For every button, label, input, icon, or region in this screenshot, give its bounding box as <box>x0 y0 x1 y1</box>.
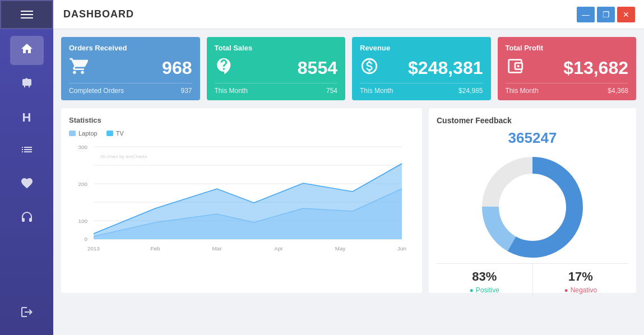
profit-sub-value: $4,368 <box>608 87 628 95</box>
donut-center <box>501 175 564 239</box>
revenue-card-title: Revenue <box>360 44 483 52</box>
main-layout: H <box>0 29 644 335</box>
negative-label: ● Negativo <box>533 286 629 294</box>
cards-row: Orders Received 968 Completed Orders 937 <box>61 37 636 100</box>
revenue-card-icon <box>360 57 379 80</box>
headphone-icon <box>20 210 34 227</box>
sales-card-value: 8554 <box>298 58 337 78</box>
tv-legend-dot <box>106 131 113 136</box>
content-area: Orders Received 968 Completed Orders 937 <box>53 29 644 335</box>
sales-card-title: Total Sales <box>215 44 338 52</box>
revenue-card: Revenue $248,381 This Month $24,985 <box>352 37 491 100</box>
sales-card: Total Sales 8554 This Month 754 <box>207 37 346 100</box>
sidebar-item-headphone[interactable] <box>10 204 44 233</box>
feedback-stats: 83% ● Positive 17% ● Negativo <box>437 263 628 296</box>
positive-label-text: Positive <box>476 286 499 294</box>
close-button[interactable]: ✕ <box>617 7 635 22</box>
profit-card-main: $13,682 <box>506 57 629 80</box>
orders-card-sub: Completed Orders 937 <box>69 83 192 95</box>
sidebar-item-logout[interactable] <box>10 299 44 328</box>
sales-card-main: 8554 <box>215 57 338 80</box>
legend-laptop: Laptop <box>69 130 98 137</box>
orders-sub-value: 937 <box>180 87 192 95</box>
revenue-card-sub: This Month $24,985 <box>360 83 483 95</box>
positive-label: ● Positive <box>437 286 532 294</box>
svg-text:300: 300 <box>78 144 87 150</box>
titlebar: DASHBOARD — ❐ ✕ <box>0 0 644 29</box>
feedback-total: 365247 <box>508 129 557 147</box>
statistics-panel: Statistics Laptop TV <box>61 108 422 293</box>
positive-stat: 83% ● Positive <box>437 264 533 296</box>
svg-text:Mar: Mar <box>212 245 221 251</box>
window-controls: — ❐ ✕ <box>577 7 635 22</box>
horse-icon <box>20 76 34 92</box>
hamburger-icon <box>21 11 33 18</box>
negative-pct: 17% <box>533 269 629 284</box>
sidebar-item-heart[interactable] <box>10 170 44 199</box>
heart-icon <box>20 176 34 193</box>
orders-card-title: Orders Received <box>69 44 192 52</box>
negative-dot-icon: ● <box>564 286 568 294</box>
minimize-button[interactable]: — <box>577 7 595 22</box>
sales-sub-label: This Month <box>215 87 248 95</box>
list-icon <box>20 143 34 160</box>
page-title: DASHBOARD <box>63 8 134 20</box>
donut-chart-svg <box>476 151 589 258</box>
orders-card-value: 968 <box>162 58 192 78</box>
chart-legend: Laptop TV <box>69 130 414 137</box>
restore-button[interactable]: ❐ <box>597 7 615 22</box>
feedback-title: Customer Feedback <box>437 116 628 125</box>
svg-text:May: May <box>335 245 346 251</box>
home-icon <box>20 42 34 59</box>
revenue-card-main: $248,381 <box>360 57 483 80</box>
statistics-chart-svg: 300 200 100 0 JS chart by amCharts <box>69 141 414 264</box>
orders-sub-label: Completed Orders <box>69 87 124 95</box>
menu-button[interactable] <box>0 0 53 29</box>
profit-card: Total Profit $13,682 This Month $4,368 <box>498 37 637 100</box>
hospital-icon: H <box>22 110 31 125</box>
sidebar-item-home[interactable] <box>10 36 44 65</box>
negative-label-text: Negativo <box>571 286 597 294</box>
positive-dot-icon: ● <box>470 286 474 294</box>
main-window: DASHBOARD — ❐ ✕ H <box>0 0 644 335</box>
positive-pct: 83% <box>437 269 532 284</box>
svg-text:Apr: Apr <box>274 245 282 251</box>
feedback-panel: Customer Feedback 365247 <box>429 108 636 293</box>
chart-container: 300 200 100 0 JS chart by amCharts <box>69 141 414 270</box>
orders-card-main: 968 <box>69 57 192 80</box>
svg-text:JS chart by amCharts: JS chart by amCharts <box>100 153 147 159</box>
profit-sub-label: This Month <box>506 87 539 95</box>
bottom-row: Statistics Laptop TV <box>61 108 636 293</box>
sales-card-sub: This Month 754 <box>215 83 338 95</box>
svg-text:0: 0 <box>84 236 87 241</box>
profit-card-title: Total Profit <box>506 44 629 52</box>
donut-container: 365247 <box>437 129 628 258</box>
svg-text:200: 200 <box>78 181 87 187</box>
logout-icon <box>20 305 34 322</box>
tv-area <box>94 164 402 239</box>
sidebar: H <box>0 29 53 335</box>
statistics-title: Statistics <box>69 116 414 124</box>
revenue-card-value: $248,381 <box>408 58 483 78</box>
sidebar-item-horse[interactable] <box>10 69 44 99</box>
laptop-legend-label: Laptop <box>78 130 98 137</box>
svg-text:100: 100 <box>78 218 87 224</box>
sidebar-item-list[interactable] <box>10 137 44 166</box>
profit-card-sub: This Month $4,368 <box>506 83 629 95</box>
tv-legend-label: TV <box>116 130 124 137</box>
sales-card-icon <box>215 57 234 80</box>
sales-sub-value: 754 <box>326 87 337 95</box>
svg-text:Jun: Jun <box>397 245 406 251</box>
titlebar-left: DASHBOARD <box>0 0 134 29</box>
svg-text:2013: 2013 <box>87 245 100 251</box>
sidebar-item-h[interactable]: H <box>10 103 44 132</box>
profit-card-icon <box>506 57 525 80</box>
orders-card: Orders Received 968 Completed Orders 937 <box>61 37 200 100</box>
profit-card-value: $13,682 <box>563 58 628 78</box>
svg-text:Feb: Feb <box>150 245 160 251</box>
revenue-sub-label: This Month <box>360 87 393 95</box>
revenue-sub-value: $24,985 <box>458 87 483 95</box>
svg-point-0 <box>517 65 519 67</box>
legend-tv: TV <box>106 130 124 137</box>
orders-card-icon <box>69 57 88 80</box>
